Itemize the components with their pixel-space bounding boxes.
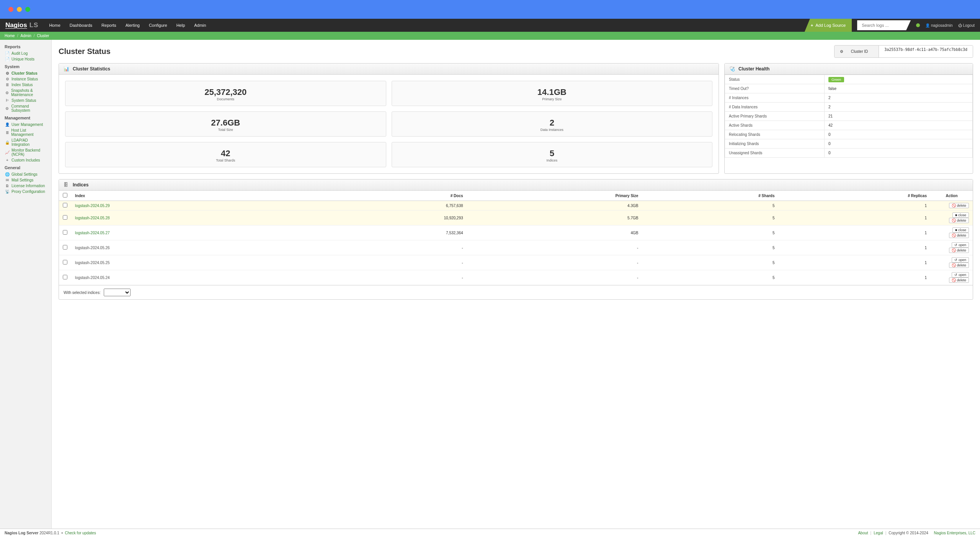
cluster-status-icon: ⚙ [5, 72, 9, 75]
index-open-button[interactable]: ↺ open [952, 257, 969, 263]
index-name: logstash-2024.05.25 [75, 261, 110, 265]
index-checkbox[interactable] [63, 203, 67, 207]
sidebar-item-audit-log[interactable]: 📄Audit Log [0, 51, 51, 56]
nav-reports[interactable]: Reports [101, 23, 116, 28]
index-row: logstash-2024.05.2810,920,2935.7GB51■ cl… [59, 211, 973, 225]
index-close-button[interactable]: ■ close [952, 212, 969, 218]
index-docs: 6,757,638 [314, 201, 467, 211]
index-link[interactable]: logstash-2024.05.28 [75, 216, 110, 220]
sidebar-group-title: Reports [0, 42, 51, 51]
footer-about-link[interactable]: About [858, 531, 868, 535]
index-checkbox[interactable] [63, 230, 67, 235]
panel-title: Indices [73, 182, 88, 188]
select-all-checkbox[interactable] [63, 193, 67, 197]
index-checkbox[interactable] [63, 215, 67, 220]
nav-alerting[interactable]: Alerting [126, 23, 140, 28]
index-checkbox[interactable] [63, 275, 67, 279]
window-titlebar [0, 0, 980, 19]
sidebar-item-snapshots[interactable]: ⚙Snapshots & Maintenance [0, 88, 51, 98]
bulk-action-select[interactable] [104, 289, 131, 296]
index-replicas: 1 [779, 270, 931, 285]
health-value: 21 [825, 112, 973, 121]
stat-card: 25,372,320Documents [65, 81, 386, 106]
index-open-button[interactable]: ↺ open [952, 272, 969, 277]
index-checkbox[interactable] [63, 245, 67, 250]
sidebar-item-ldap-ad[interactable]: 🔒LDAP/AD Integration [0, 137, 51, 147]
stat-value: 42 [69, 149, 382, 158]
nav-help[interactable]: Help [176, 23, 185, 28]
sidebar-item-unique-hosts[interactable]: 📄Unique Hosts [0, 56, 51, 62]
sidebar-item-host-list[interactable]: ≣Host List Management [0, 127, 51, 137]
breadcrumb-home[interactable]: Home [5, 34, 15, 38]
nav-configure[interactable]: Configure [149, 23, 167, 28]
index-docs: - [314, 240, 467, 255]
health-row: Timed Out?false [725, 84, 973, 93]
index-replicas: 1 [779, 255, 931, 270]
nav-home[interactable]: Home [49, 23, 60, 28]
index-delete-button[interactable]: 🚫 delete [949, 233, 969, 238]
logout-link[interactable]: ⏻ Logout [958, 23, 975, 28]
index-link[interactable]: logstash-2024.05.27 [75, 231, 110, 235]
window-minimize-button[interactable] [17, 7, 22, 12]
index-shards: 5 [642, 270, 778, 285]
nav-dashboards[interactable]: Dashboards [70, 23, 92, 28]
user-menu[interactable]: 👤 nagiosadmin [925, 23, 953, 28]
window-close-button[interactable] [8, 7, 13, 12]
unique-hosts-icon: 📄 [5, 57, 9, 61]
check-updates-link[interactable]: Check for updates [65, 531, 96, 535]
sidebar-item-system-status[interactable]: 🏳System Status [0, 98, 51, 103]
index-actions: ■ close🚫 delete [931, 211, 973, 225]
sidebar-group-title: System [0, 62, 51, 70]
sidebar-item-command-subsystem[interactable]: ⚙Command Subsystem [0, 103, 51, 113]
sidebar-item-monitor-backend[interactable]: 📈Monitor Backend (NCPA) [0, 147, 51, 157]
panel-title: Cluster Health [738, 66, 769, 72]
stat-label: Data Instances [396, 128, 709, 132]
index-close-button[interactable]: ■ close [952, 227, 969, 233]
nav-admin[interactable]: Admin [194, 23, 206, 28]
index-shards: 5 [642, 201, 778, 211]
index-delete-button[interactable]: 🚫 delete [949, 248, 969, 253]
window-maximize-button[interactable] [25, 7, 30, 12]
footer-legal-link[interactable]: Legal [874, 531, 883, 535]
index-shards: 5 [642, 255, 778, 270]
sidebar-item-user-management[interactable]: 👤User Management [0, 122, 51, 127]
cluster-id-label: ⚙ Cluster ID [835, 46, 879, 57]
brand-logo[interactable]: Nagios LS [5, 21, 38, 29]
health-key: # Data Instances [725, 103, 825, 112]
sidebar-item-label: Monitor Backend (NCPA) [11, 148, 47, 157]
index-delete-button[interactable]: 🚫 delete [949, 203, 969, 208]
health-value: 2 [825, 93, 973, 103]
index-actions: ↺ open🚫 delete [931, 240, 973, 255]
stat-card: 14.1GBPrimary Size [392, 81, 713, 106]
breadcrumb-cluster[interactable]: Cluster [37, 34, 49, 38]
index-checkbox[interactable] [63, 260, 67, 264]
index-delete-button[interactable]: 🚫 delete [949, 263, 969, 268]
sidebar-item-license-info[interactable]: 🗎License Information [0, 183, 51, 189]
breadcrumb-admin[interactable]: Admin [20, 34, 31, 38]
sidebar-item-custom-includes[interactable]: +Custom Includes [0, 157, 51, 163]
sidebar-item-instance-status[interactable]: ⚙Instance Status [0, 76, 51, 82]
col-replicas: # Replicas [779, 191, 931, 201]
status-indicator-icon[interactable] [916, 23, 920, 27]
sidebar-item-cluster-status[interactable]: ⚙Cluster Status [0, 70, 51, 76]
stat-card: 27.6GBTotal Size [65, 111, 386, 137]
search-input[interactable] [857, 20, 911, 30]
index-primary: - [467, 270, 642, 285]
page-footer: Nagios Log Server 2024R1.0.1 • Check for… [0, 529, 980, 537]
index-delete-button[interactable]: 🚫 delete [949, 277, 969, 283]
index-shards: 5 [642, 225, 778, 240]
top-navbar: Nagios LS Home Dashboards Reports Alerti… [0, 19, 980, 32]
index-delete-button[interactable]: 🚫 delete [949, 218, 969, 223]
index-status-icon: ≣ [5, 83, 9, 87]
add-log-source-button[interactable]: Add Log Source [805, 19, 852, 32]
sidebar-item-global-settings[interactable]: 🌐Global Settings [0, 171, 51, 177]
sidebar-item-index-status[interactable]: ≣Index Status [0, 82, 51, 88]
index-link[interactable]: logstash-2024.05.29 [75, 204, 110, 208]
sidebar-item-proxy-config[interactable]: 📡Proxy Configuration [0, 189, 51, 194]
stat-value: 25,372,320 [69, 87, 382, 97]
index-open-button[interactable]: ↺ open [952, 242, 969, 248]
sidebar-item-mail-settings[interactable]: ✉Mail Settings [0, 177, 51, 183]
footer-company-link[interactable]: Nagios Enterprises, LLC [934, 531, 975, 535]
index-docs: - [314, 270, 467, 285]
health-value: 0 [825, 149, 973, 158]
